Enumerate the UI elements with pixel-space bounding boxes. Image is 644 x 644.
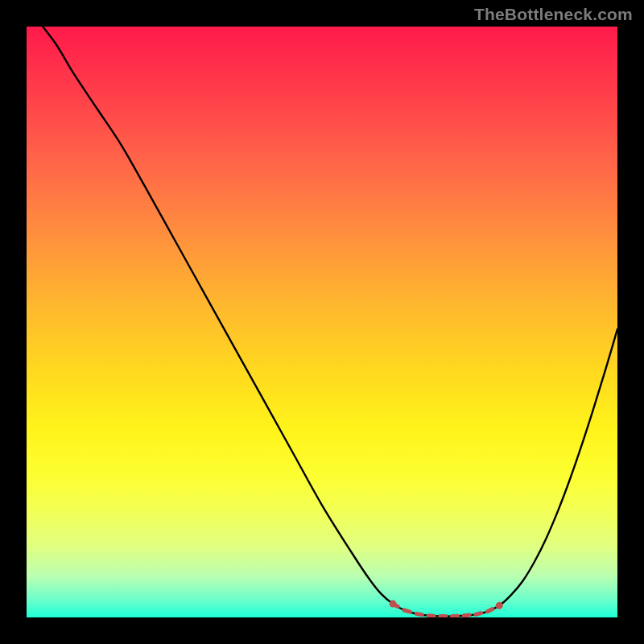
chart-stage: TheBottleneck.com [0,0,644,644]
bottleneck-curve [27,27,617,617]
curve-layer [27,27,617,617]
valley-band [390,601,503,617]
watermark-text: TheBottleneck.com [474,5,633,24]
plot-area [27,27,617,617]
svg-point-9 [390,601,397,608]
svg-point-10 [496,602,503,609]
